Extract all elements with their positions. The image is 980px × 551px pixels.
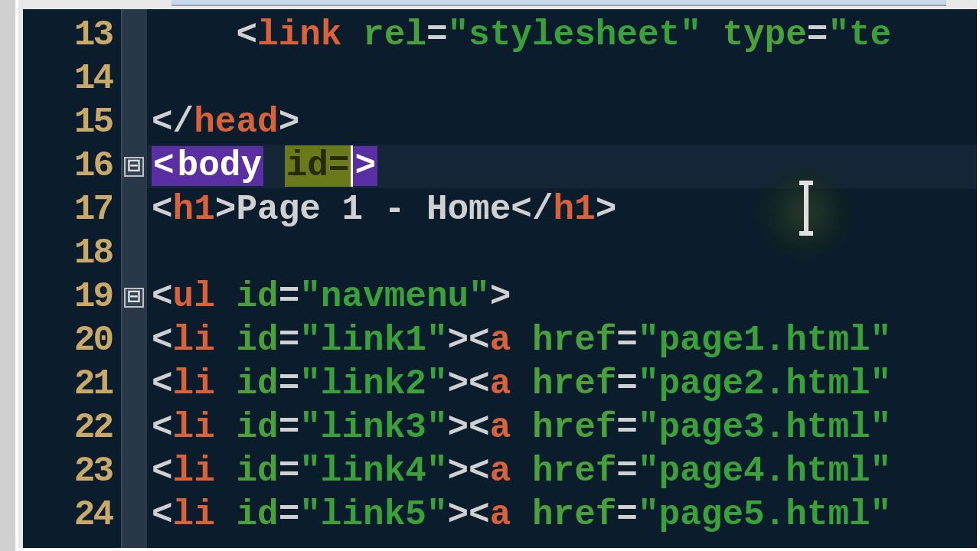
tag-name: a <box>490 452 511 491</box>
angle-bracket: > <box>279 103 300 142</box>
space <box>511 495 532 535</box>
code-line[interactable] <box>147 232 977 276</box>
angle-bracket: > <box>215 190 237 230</box>
space <box>215 452 237 491</box>
code-line[interactable]: </head> <box>147 101 977 145</box>
code-line[interactable]: <li id="link1"><a href="page1.html" <box>147 319 977 363</box>
space <box>215 277 237 317</box>
code-line[interactable]: <li id="link2"><a href="page2.html" <box>147 363 977 406</box>
space <box>215 364 237 404</box>
fold-slot <box>122 101 147 145</box>
attr-value: "te <box>828 15 891 55</box>
attr-name: href <box>532 321 616 360</box>
tag-name: li <box>173 364 215 404</box>
angle-bracket: < <box>469 408 490 448</box>
equals: = <box>616 452 638 491</box>
line-number: 15 <box>23 101 121 145</box>
attr-name: id <box>236 452 278 491</box>
angle-bracket: > <box>353 146 377 186</box>
space <box>511 452 532 491</box>
space <box>511 364 532 404</box>
fold-toggle-icon[interactable]: ⊟ <box>124 288 144 308</box>
code-line[interactable]: <li id="link5"><a href="page5.html" <box>147 494 977 537</box>
tag-name: head <box>194 103 278 142</box>
line-number: 24 <box>23 494 121 537</box>
indent <box>152 15 236 55</box>
angle-bracket: > <box>448 321 469 360</box>
attr-name-selected: id= <box>285 145 354 187</box>
code-line[interactable]: <li id="link3"><a href="page3.html" <box>147 406 977 450</box>
line-number: 22 <box>23 406 121 450</box>
code-line-active[interactable]: <body id=> <box>147 145 977 188</box>
angle-bracket: < <box>152 277 173 317</box>
space <box>215 321 237 360</box>
attr-name: rel <box>363 15 426 55</box>
attr-value: "page4.html" <box>638 452 891 491</box>
tag-name: a <box>490 321 511 360</box>
space <box>263 146 285 186</box>
equals: = <box>279 321 300 360</box>
angle-bracket: < <box>236 15 257 55</box>
fold-slot: ⊟ <box>122 276 147 319</box>
space <box>511 408 532 448</box>
fold-slot <box>122 232 147 276</box>
tag-name: a <box>490 408 511 448</box>
attr-value: "link4" <box>299 452 447 491</box>
space <box>701 15 723 55</box>
equals: = <box>426 15 448 55</box>
angle-bracket: < <box>152 321 173 360</box>
code-area[interactable]: <link rel="stylesheet" type="te </head> … <box>147 9 977 548</box>
line-number: 23 <box>23 450 121 494</box>
line-number: 16 <box>23 145 121 188</box>
attr-value: "page5.html" <box>638 495 891 535</box>
equals: = <box>616 364 638 404</box>
angle-bracket: < <box>469 452 490 491</box>
attr-value: "page3.html" <box>638 408 891 448</box>
fold-slot <box>122 188 147 232</box>
fold-slot <box>122 450 147 494</box>
equals: = <box>616 495 638 535</box>
line-number: 19 <box>23 276 121 319</box>
space <box>341 15 363 55</box>
fold-toggle-icon[interactable]: ⊟ <box>124 157 144 177</box>
angle-bracket: > <box>448 408 469 448</box>
tag-name: li <box>173 452 215 491</box>
attr-value: "page1.html" <box>638 321 891 360</box>
attr-value: "link1" <box>299 321 447 360</box>
angle-bracket: < <box>469 321 490 360</box>
attr-name: href <box>532 495 616 535</box>
attr-name: id <box>236 321 278 360</box>
angle-bracket: > <box>448 452 469 491</box>
code-line[interactable]: <link rel="stylesheet" type="te <box>147 14 977 57</box>
angle-bracket: < <box>152 495 173 535</box>
line-number: 18 <box>23 232 121 276</box>
line-number: 13 <box>23 14 121 57</box>
attr-value: "navmenu" <box>299 277 489 317</box>
code-line[interactable]: <ul id="navmenu"> <box>147 276 977 319</box>
angle-bracket: > <box>448 364 469 404</box>
tag-name: li <box>173 408 215 448</box>
angle-bracket: < <box>152 190 173 230</box>
equals: = <box>807 15 828 55</box>
line-number: 21 <box>23 363 121 406</box>
angle-bracket: > <box>448 495 469 535</box>
fold-column: ⊟ ⊟ <box>122 9 147 548</box>
code-line[interactable]: <li id="link4"><a href="page4.html" <box>147 450 977 494</box>
code-editor[interactable]: 13 14 15 16 17 18 19 20 21 22 23 24 ⊟ ⊟ <box>23 9 977 548</box>
fold-slot <box>122 57 147 101</box>
editor-window: 13 14 15 16 17 18 19 20 21 22 23 24 ⊟ ⊟ <box>15 0 980 551</box>
angle-bracket: </ <box>511 190 553 230</box>
tag-name: li <box>173 495 215 535</box>
equals: = <box>279 364 300 404</box>
equals: = <box>616 408 638 448</box>
attr-name: href <box>532 452 616 491</box>
space <box>511 321 532 360</box>
angle-bracket: < <box>152 146 176 186</box>
attr-name: href <box>532 364 616 404</box>
code-line[interactable] <box>147 57 977 101</box>
angle-bracket: < <box>152 364 173 404</box>
angle-bracket: < <box>469 495 490 535</box>
line-number: 17 <box>23 188 121 232</box>
toolbar-edge <box>172 0 946 6</box>
code-line[interactable]: <h1>Page 1 - Home</h1> <box>147 188 977 232</box>
